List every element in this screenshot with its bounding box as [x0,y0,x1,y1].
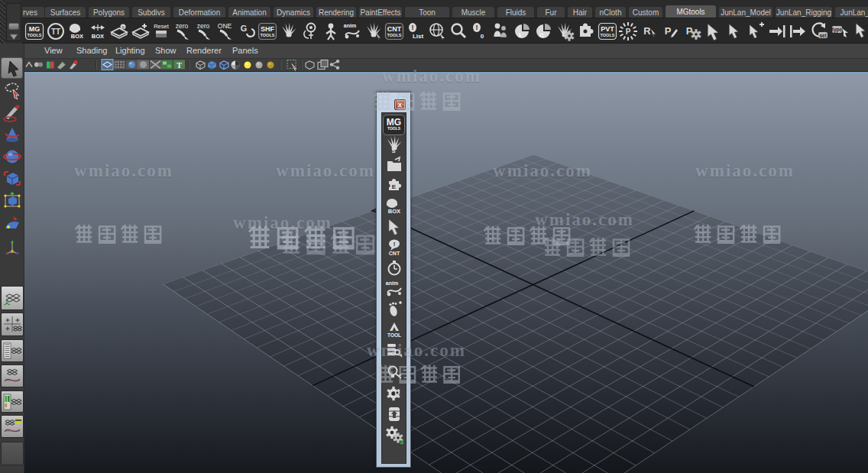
svg-text:T: T [177,61,182,70]
svg-text:TOOL: TOOL [387,332,401,338]
svg-text:S: S [392,148,396,154]
svg-text:E: E [392,183,397,190]
svg-text:CNT: CNT [389,251,400,256]
svg-text:!: ! [394,241,396,248]
svg-text:anim: anim [386,280,398,286]
svg-text:BOX: BOX [388,208,400,215]
